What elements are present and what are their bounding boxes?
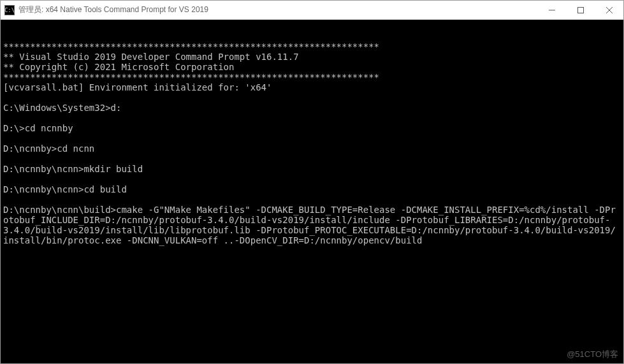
text-cursor	[422, 237, 427, 245]
watermark: @51CTO博客	[567, 349, 618, 360]
window-controls	[537, 1, 623, 19]
svg-rect-1	[577, 7, 583, 13]
app-icon: C:\	[4, 5, 15, 15]
close-button[interactable]	[595, 1, 623, 19]
window-title: 管理员: x64 Native Tools Command Prompt for…	[18, 4, 537, 15]
terminal-output: ****************************************…	[3, 41, 621, 245]
titlebar[interactable]: C:\ 管理员: x64 Native Tools Command Prompt…	[1, 1, 623, 20]
command-prompt-window: C:\ 管理员: x64 Native Tools Command Prompt…	[0, 0, 624, 364]
maximize-button[interactable]	[566, 1, 595, 19]
terminal-area[interactable]: ****************************************…	[1, 20, 623, 363]
minimize-button[interactable]	[537, 1, 566, 19]
